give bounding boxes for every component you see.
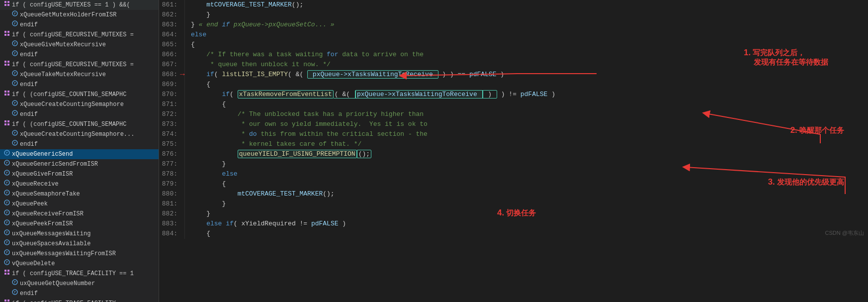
function-icon: f xyxy=(12,289,18,298)
sidebar-item-s6[interactable]: fendif xyxy=(0,50,159,60)
code-line-863: } « end if pxQueue->pxQueueSetCo... » xyxy=(191,20,868,30)
sidebar-item-s4[interactable]: if ( configUSE_RECURSIVE_MUTEXES = xyxy=(0,30,159,40)
function-icon: f xyxy=(12,40,18,49)
sidebar-item-s18[interactable]: fxQueueGiveFromISR xyxy=(0,169,159,179)
line-num-875: 875: xyxy=(159,139,180,149)
svg-text:f: f xyxy=(14,141,16,145)
svg-rect-64 xyxy=(4,270,6,272)
svg-text:f: f xyxy=(14,101,16,105)
sidebar-item-s2[interactable]: fxQueueGetMutexHolderFromISR xyxy=(0,10,159,20)
function-icon: f xyxy=(4,249,10,258)
function-icon: f xyxy=(4,190,10,199)
line-num-873: 873: xyxy=(159,119,180,129)
code-line-879: { xyxy=(191,179,868,189)
sidebar-label: if ( (configUSE_COUNTING_SEMAPHC xyxy=(12,120,126,129)
sidebar-item-s10[interactable]: if ( (configUSE_COUNTING_SEMAPHC xyxy=(0,90,159,100)
function-icon: f xyxy=(4,150,10,159)
code-line-870: if( xTaskRemoveFromEventList( &( pxQueue… xyxy=(191,90,868,100)
function-icon: f xyxy=(12,110,18,119)
svg-text:f: f xyxy=(6,260,8,265)
sidebar-label: endif xyxy=(20,110,38,119)
function-icon: f xyxy=(4,180,10,189)
line-num-862: 862: xyxy=(159,10,180,20)
svg-rect-24 xyxy=(4,91,6,93)
sidebar-item-s19[interactable]: fxQueueReceive xyxy=(0,179,159,189)
sidebar-item-s13[interactable]: if ( (configUSE_COUNTING_SEMAPHC xyxy=(0,119,159,129)
sidebar-label: if ( configUSE_MUTEXES == 1 ) &&( xyxy=(12,0,130,9)
line-num-866: 866: xyxy=(159,50,180,60)
sidebar-item-s26[interactable]: fuxQueueMessagesWaitingFromISR xyxy=(0,249,159,259)
arrow-indicator: → xyxy=(180,70,185,80)
sidebar-item-s14[interactable]: fxQueueCreateCountingSemaphore... xyxy=(0,129,159,139)
line-num-865: 865: xyxy=(159,40,180,50)
sidebar-label: xQueueSemaphoreTake xyxy=(12,190,80,199)
svg-text:f: f xyxy=(14,21,16,26)
sidebar-item-s29[interactable]: fuxQueueGetQueueNumber xyxy=(0,279,159,289)
sidebar-label: xQueueGiveFromISR xyxy=(12,170,73,179)
svg-text:f: f xyxy=(6,191,8,195)
line-num-870: 870: xyxy=(159,90,180,100)
sidebar-item-s24[interactable]: fuxQueueMessagesWaiting xyxy=(0,229,159,239)
svg-rect-67 xyxy=(7,273,9,275)
svg-text:f: f xyxy=(6,220,8,225)
svg-rect-27 xyxy=(7,94,9,96)
sidebar-item-s22[interactable]: fxQueueReceiveFromISR xyxy=(0,209,159,219)
sidebar-item-s5[interactable]: fxQueueGiveMutexRecursive xyxy=(0,40,159,50)
sidebar-label: if ( configUSE_RECURSIVE_MUTEXES = xyxy=(12,60,134,69)
sidebar-item-s30[interactable]: fendif xyxy=(0,289,159,299)
code-line-880: mtCOVERAGE_TEST_MARKER(); xyxy=(191,189,868,199)
sidebar-item-s28[interactable]: if ( configUSE_TRACE_FACILITY == 1 xyxy=(0,269,159,279)
code-line-876: queueYIELD_IF_USING_PREEMPTION(); xyxy=(191,149,868,159)
code-line-881: } xyxy=(191,199,868,209)
svg-rect-72 xyxy=(4,300,6,302)
annotation-2: 2. 唤醒那个任务 xyxy=(790,125,844,135)
sidebar-item-s21[interactable]: fxQueuePeek xyxy=(0,199,159,209)
code-line-873: * our own so yield immediately. Yes it i… xyxy=(191,119,868,129)
annotation-3-text: 发现他的优先级更高 xyxy=(777,178,844,186)
code-line-868: → if( listLIST_IS_EMPTY( &( pxQueue->xTa… xyxy=(191,70,868,80)
sidebar-item-s25[interactable]: fuxQueueSpacesAvailable xyxy=(0,239,159,249)
sidebar-label: xQueueReceive xyxy=(12,180,59,189)
line-num-867: 867: xyxy=(159,60,180,70)
svg-rect-66 xyxy=(4,273,6,275)
sidebar-item-s16[interactable]: fxQueueGenericSend xyxy=(0,149,159,159)
line-num-883: 883: xyxy=(159,219,180,229)
sidebar-item-s9[interactable]: fendif xyxy=(0,80,159,90)
svg-text:f: f xyxy=(14,71,16,76)
sidebar-item-s12[interactable]: fendif xyxy=(0,109,159,119)
sidebar-item-s8[interactable]: fxQueueTakeMutexRecursive xyxy=(0,70,159,80)
sidebar-item-s20[interactable]: fxQueueSemaphoreTake xyxy=(0,189,159,199)
sidebar-item-s23[interactable]: fxQueuePeekFromISR xyxy=(0,219,159,229)
svg-rect-11 xyxy=(7,34,9,36)
line-num-882: 882: xyxy=(159,209,180,219)
sidebar-label: xQueuePeekFromISR xyxy=(12,219,73,228)
sidebar-label: endif xyxy=(20,289,38,298)
annotation-1: 1. 写完队列之后， 发现有任务在等待数据 xyxy=(744,48,828,67)
svg-text:f: f xyxy=(14,280,16,285)
line-num-869: 869: xyxy=(159,80,180,90)
sidebar-item-s7[interactable]: if ( configUSE_RECURSIVE_MUTEXES = xyxy=(0,60,159,70)
line-num-868: 868: xyxy=(159,70,180,80)
svg-text:f: f xyxy=(6,171,8,175)
line-num-878: 878: xyxy=(159,169,180,179)
function-icon: f xyxy=(4,200,10,208)
sidebar-label: endif xyxy=(20,50,38,59)
sidebar-item-s1[interactable]: if ( configUSE_MUTEXES == 1 ) &&( xyxy=(0,0,159,10)
svg-text:f: f xyxy=(6,161,8,165)
sidebar-label: xQueueCreateCountingSemaphore xyxy=(20,100,124,109)
svg-rect-32 xyxy=(4,120,6,122)
line-num-880: 880: xyxy=(159,189,180,199)
sidebar-label: uxQueueMessagesWaiting xyxy=(12,229,90,238)
sidebar-item-s17[interactable]: fxQueueGenericSendFromISR xyxy=(0,159,159,169)
function-icon: f xyxy=(4,259,10,268)
function-icon: f xyxy=(4,170,10,179)
sidebar-item-s11[interactable]: fxQueueCreateCountingSemaphore xyxy=(0,100,159,109)
sidebar-item-s31[interactable]: if ( configUSE_TRACE_FACILITY ==... xyxy=(0,299,159,302)
function-icon: f xyxy=(12,140,18,149)
sidebar-label: xQueueTakeMutexRecursive xyxy=(20,70,106,79)
sidebar-item-s27[interactable]: fvQueueDelete xyxy=(0,259,159,269)
sidebar-label: xQueueReceiveFromISR xyxy=(12,209,84,218)
code-editor[interactable]: 861:862:863:864:865:866:867:868:869:870:… xyxy=(159,0,868,302)
sidebar-item-s3[interactable]: fendif xyxy=(0,20,159,30)
sidebar-item-s15[interactable]: fendif xyxy=(0,139,159,149)
